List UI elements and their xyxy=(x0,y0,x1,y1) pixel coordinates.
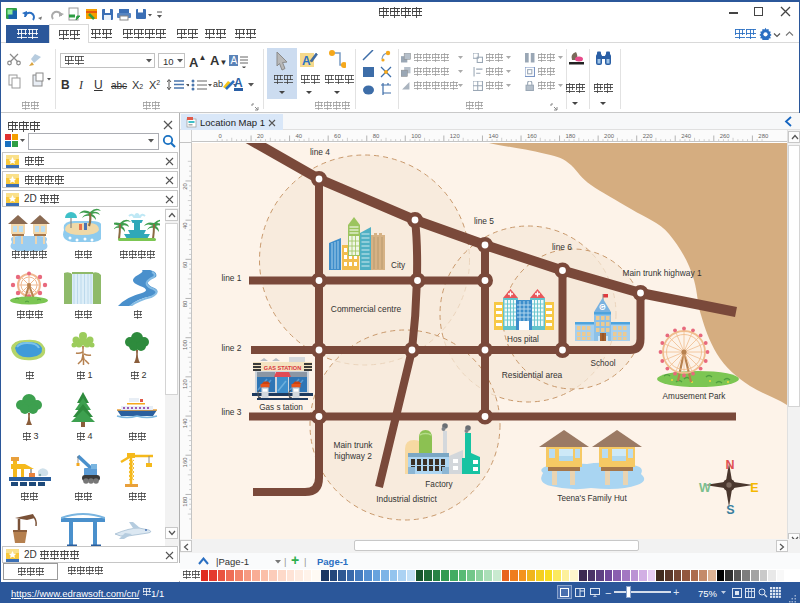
svg-text:Amusement Park: Amusement Park xyxy=(663,392,727,401)
svg-text:City: City xyxy=(391,261,406,270)
svg-text:0: 0 xyxy=(218,133,222,139)
svg-text:100: 100 xyxy=(411,133,422,139)
svg-text:S: S xyxy=(726,503,734,517)
svg-text:20: 20 xyxy=(182,183,188,190)
svg-text:180: 180 xyxy=(565,133,576,139)
svg-text:60: 60 xyxy=(334,133,341,139)
svg-text:A: A xyxy=(302,54,311,68)
svg-text:G: G xyxy=(600,304,604,310)
svg-text:260: 260 xyxy=(720,133,731,139)
svg-text:line 3: line 3 xyxy=(221,407,241,417)
svg-text:Residential area: Residential area xyxy=(502,370,563,380)
svg-text:220: 220 xyxy=(643,133,654,139)
svg-text:line 6: line 6 xyxy=(552,242,572,252)
svg-text:120: 120 xyxy=(450,133,461,139)
svg-text:W: W xyxy=(699,481,711,495)
svg-text:100: 100 xyxy=(182,339,188,350)
svg-text:School: School xyxy=(590,359,615,368)
svg-text:60: 60 xyxy=(182,261,188,268)
svg-text:A: A xyxy=(231,55,238,66)
svg-text:Commercial centre: Commercial centre xyxy=(331,304,402,314)
svg-text:line 1: line 1 xyxy=(221,273,241,283)
svg-text:line 5: line 5 xyxy=(474,216,494,226)
svg-text:40: 40 xyxy=(296,133,303,139)
svg-text:80: 80 xyxy=(373,133,380,139)
svg-text:Main trunk: Main trunk xyxy=(333,440,373,450)
svg-text:GAS STATION: GAS STATION xyxy=(264,365,301,371)
svg-text:140: 140 xyxy=(488,133,499,139)
svg-text:280: 280 xyxy=(758,133,769,139)
svg-text:40: 40 xyxy=(182,222,188,229)
svg-text:200: 200 xyxy=(604,133,615,139)
svg-text:180: 180 xyxy=(182,496,188,507)
svg-text:20: 20 xyxy=(257,133,264,139)
svg-text:160: 160 xyxy=(527,133,538,139)
svg-text:N: N xyxy=(725,458,734,472)
svg-text:Main trunk highway 1: Main trunk highway 1 xyxy=(622,268,701,278)
svg-text:120: 120 xyxy=(182,378,188,389)
svg-text:140: 140 xyxy=(182,418,188,429)
svg-text:Gas s tation: Gas s tation xyxy=(259,403,303,412)
svg-text:160: 160 xyxy=(182,457,188,468)
svg-text:Hos pital: Hos pital xyxy=(507,335,539,344)
svg-text:line 4: line 4 xyxy=(310,147,330,157)
svg-text:line 2: line 2 xyxy=(221,343,241,353)
svg-text:Industrial district: Industrial district xyxy=(376,494,437,504)
svg-text:80: 80 xyxy=(182,300,188,307)
svg-text:ab: ab xyxy=(213,79,223,89)
svg-text:E: E xyxy=(750,481,758,495)
svg-text:240: 240 xyxy=(681,133,692,139)
svg-text:Factory: Factory xyxy=(425,480,453,489)
svg-text:highway 2: highway 2 xyxy=(334,451,372,461)
svg-text:Teena's Family Hut: Teena's Family Hut xyxy=(557,494,627,503)
